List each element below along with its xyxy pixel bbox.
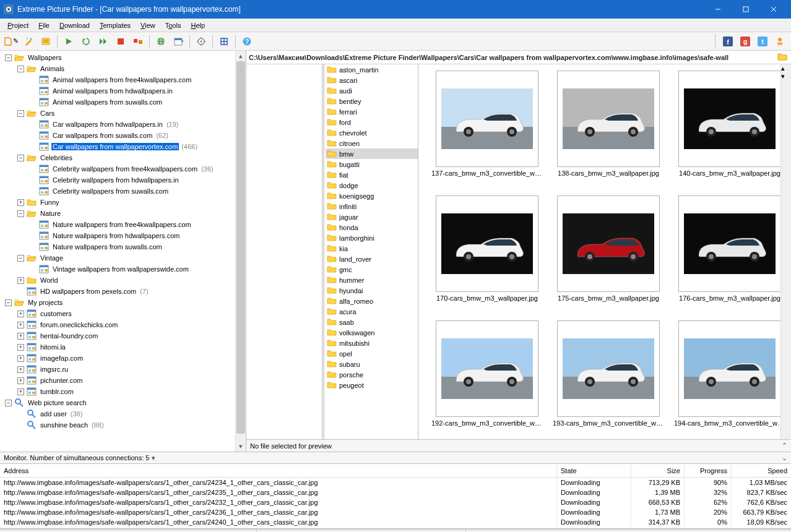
collapse-icon[interactable]: − [17, 110, 24, 117]
folder-item[interactable]: volkswagen [326, 327, 418, 338]
start-icon[interactable] [61, 34, 76, 49]
close-button[interactable] [759, 0, 787, 19]
header-speed[interactable]: Speed [732, 464, 791, 477]
tree-item[interactable]: add user(38) [2, 408, 235, 419]
expand-icon[interactable]: + [17, 388, 24, 395]
collapse-icon[interactable]: − [17, 210, 24, 217]
folder-item[interactable]: porsche [326, 369, 418, 380]
tree-animals[interactable]: −Animals [2, 63, 235, 74]
menu-templates[interactable]: Templates [95, 20, 136, 30]
folder-item[interactable]: bentley [326, 96, 418, 106]
folder-item[interactable]: koenigsegg [326, 191, 418, 201]
tree-item[interactable]: +pichunter.com [2, 375, 235, 386]
header-state[interactable]: State [557, 464, 631, 477]
properties-icon[interactable] [38, 34, 53, 49]
expand-icon[interactable]: + [17, 377, 24, 384]
menu-project[interactable]: Project [2, 20, 33, 30]
tree-item[interactable]: Animal wallpapers from free4kwallpapers.… [2, 74, 235, 85]
thumbnail-cell[interactable]: 137-cars_bmw_m3_convertible_wallp... [430, 71, 545, 177]
download-row[interactable]: http://www.imgbase.info/images/safe-wall… [0, 517, 791, 527]
collapse-icon[interactable]: − [17, 255, 24, 262]
tree-item[interactable]: Car wallpapers from suwalls.com(62) [2, 130, 235, 141]
dropdown-icon[interactable]: ▾ [152, 454, 155, 462]
expand-icon[interactable]: + [17, 333, 24, 340]
tree-item[interactable]: sunshine beach(88) [2, 419, 235, 431]
tree-item[interactable]: +imagefap.com [2, 353, 235, 364]
folder-item[interactable]: peugeot [326, 380, 418, 390]
help-icon[interactable]: ? [240, 34, 254, 49]
folder-splitter[interactable] [322, 64, 324, 439]
expand-icon[interactable]: ⌃ [782, 442, 787, 450]
tree-vintage[interactable]: −Vintage [2, 252, 235, 264]
database-icon[interactable] [217, 34, 231, 49]
expand-icon[interactable]: + [17, 355, 24, 362]
tree-item[interactable]: +hentai-foundry.com [2, 330, 235, 341]
folder-item[interactable]: saab [326, 317, 418, 327]
collapse-icon[interactable]: − [5, 400, 12, 406]
menu-tools[interactable]: Tools [160, 20, 186, 30]
menu-help[interactable]: Help [186, 20, 210, 30]
expand-icon[interactable]: + [17, 277, 24, 284]
preview-bar[interactable]: No file selected for preview ⌃ [246, 439, 791, 452]
folder-item[interactable]: audi [326, 85, 418, 96]
header-size[interactable]: Size [631, 464, 685, 477]
menu-view[interactable]: View [136, 20, 160, 30]
globe-icon[interactable] [153, 34, 168, 49]
thumbnail-cell[interactable]: 193-cars_bmw_m3_convertible_wallp... [551, 320, 666, 427]
folder-item[interactable]: mitsubishi [326, 338, 418, 348]
tree-item[interactable]: +hitomi.la [2, 341, 235, 353]
folder-item[interactable]: ford [326, 117, 418, 127]
tree-websearch[interactable]: −Web picture search [2, 397, 235, 408]
expand-icon[interactable]: + [17, 311, 24, 317]
folder-item[interactable]: opel [326, 348, 418, 359]
scroll-down-icon[interactable]: ▾ [236, 441, 246, 452]
folder-item[interactable]: infiniti [326, 201, 418, 212]
expand-icon[interactable]: + [17, 366, 24, 373]
folder-item[interactable]: subaru [326, 359, 418, 369]
minimize-button[interactable] [704, 0, 732, 19]
tree-nature[interactable]: −Nature [2, 208, 235, 219]
tree-item[interactable]: +forum.oneclickchicks.com [2, 319, 235, 330]
monitor-bar[interactable]: Monitor. Number of simultaneous connecti… [0, 452, 791, 464]
folder-item[interactable]: dodge [326, 180, 418, 191]
stop-all-icon[interactable] [131, 34, 145, 49]
tree-celebrities[interactable]: −Celebrities [2, 152, 235, 163]
thumbnail-cell[interactable]: 175-cars_bmw_m3_wallpaper.jpg [551, 195, 666, 302]
folder-item[interactable]: land_rover [326, 254, 418, 264]
menu-file[interactable]: File [33, 20, 54, 30]
twitter-icon[interactable]: t [755, 34, 770, 49]
tree-item[interactable]: Animal wallpapers from hdwallpapers.in [2, 85, 235, 97]
folder-item[interactable]: aston_martin [326, 64, 418, 75]
facebook-icon[interactable]: f [720, 34, 735, 49]
expand-icon[interactable]: + [17, 199, 24, 206]
folder-item[interactable]: citroen [326, 138, 418, 148]
folder-item[interactable]: chevrolet [326, 127, 418, 138]
step-icon[interactable] [96, 34, 111, 49]
folder-item[interactable]: bmw [326, 148, 418, 159]
tree-item[interactable]: +imgsrc.ru [2, 364, 235, 375]
stop-icon[interactable] [113, 34, 128, 49]
folder-item[interactable]: ascari [326, 75, 418, 85]
thumbnail-cell[interactable]: 138-cars_bmw_m3_wallpaper.jpg [551, 71, 666, 177]
tree-scrollbar[interactable]: ▴ ▾ [235, 51, 246, 452]
maximize-button[interactable] [732, 0, 759, 19]
thumbnail-cell[interactable]: 192-cars_bmw_m3_convertible_wallp... [430, 320, 545, 427]
tree-item[interactable]: Vintage wallpapers from wallpaperswide.c… [2, 264, 235, 275]
tree-item[interactable]: Celebrity wallpapers from free4kwallpape… [2, 163, 235, 174]
new-project-icon[interactable]: ✎ [4, 34, 19, 49]
open-folder-icon[interactable] [777, 52, 789, 63]
tree-item[interactable]: +tumblr.com [2, 386, 235, 397]
folder-item[interactable]: hummer [326, 275, 418, 285]
folder-item[interactable]: kia [326, 243, 418, 254]
folder-item[interactable]: alfa_romeo [326, 296, 418, 306]
folder-item[interactable]: acura [326, 306, 418, 317]
thumbnail-cell[interactable]: 194-cars_bmw_m3_convertible_wallp... [672, 320, 787, 427]
folder-item[interactable]: hyundai [326, 285, 418, 296]
download-row[interactable]: http://www.imgbase.info/images/safe-wall… [0, 487, 791, 497]
header-progress[interactable]: Progress [685, 464, 732, 477]
tree-item[interactable]: HD wallpapers from pexels.com(7) [2, 286, 235, 297]
collapse-icon[interactable]: − [17, 155, 24, 161]
tree-item[interactable]: Nature wallpapers from free4kwallpapers.… [2, 219, 235, 230]
download-header[interactable]: Address State Size Progress Speed [0, 464, 791, 478]
tree-cars[interactable]: −Cars [2, 108, 235, 119]
